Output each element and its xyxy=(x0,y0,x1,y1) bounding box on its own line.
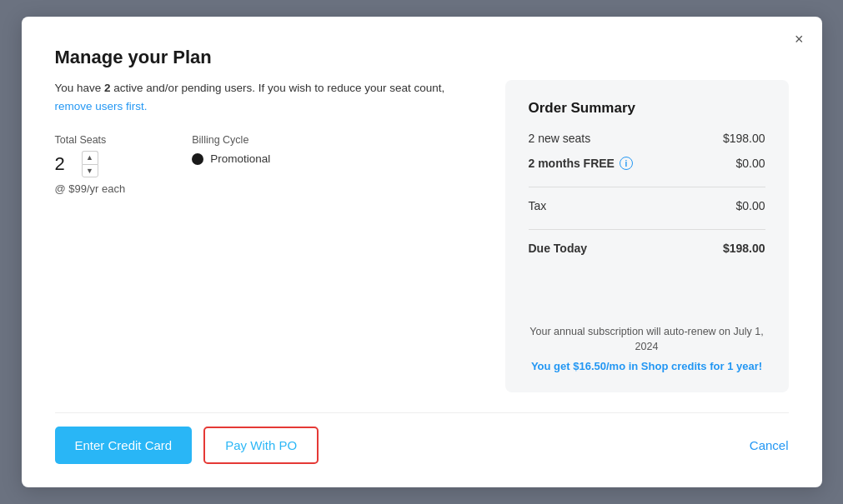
modal: × Manage your Plan You have 2 active and… xyxy=(22,17,822,487)
seats-value: 2 xyxy=(55,153,78,175)
modal-footer: Enter Credit Card Pay With PO Cancel xyxy=(55,412,789,464)
info-text: You have 2 active and/or pending users. … xyxy=(55,80,479,97)
order-divider-2 xyxy=(529,229,765,230)
billing-section: Billing Cycle Promotional xyxy=(192,134,270,165)
billing-dot-icon xyxy=(192,153,203,165)
order-divider xyxy=(529,187,765,187)
seats-billing-row: Total Seats 2 ▲ ▼ @ $99/yr each Billing … xyxy=(55,134,479,195)
close-button[interactable]: × xyxy=(791,28,807,50)
billing-option-label: Promotional xyxy=(210,152,270,165)
remove-users-link[interactable]: remove users first. xyxy=(55,100,479,112)
new-seats-value: $198.00 xyxy=(723,132,765,145)
seats-section: Total Seats 2 ▲ ▼ @ $99/yr each xyxy=(55,134,126,195)
tax-value: $0.00 xyxy=(735,199,765,212)
seats-control: 2 ▲ ▼ xyxy=(55,151,126,177)
info-text-bold: 2 xyxy=(104,82,111,94)
new-seats-label: 2 new seats xyxy=(529,132,591,145)
due-today-label: Due Today xyxy=(529,242,588,255)
order-summary-panel: Order Summary 2 new seats $198.00 2 mont… xyxy=(505,80,789,392)
due-today-value: $198.00 xyxy=(723,242,765,255)
seats-decrement-button[interactable]: ▼ xyxy=(82,164,98,177)
cancel-button[interactable]: Cancel xyxy=(750,438,789,452)
info-text-part1: You have xyxy=(55,82,105,94)
credits-text: You get $16.50/mo in Shop credits for 1 … xyxy=(529,360,765,372)
info-icon[interactable]: i xyxy=(620,157,633,170)
pay-with-po-button[interactable]: Pay With PO xyxy=(203,427,319,464)
order-row-tax: Tax $0.00 xyxy=(529,199,765,212)
tax-label: Tax xyxy=(529,199,547,212)
billing-option: Promotional xyxy=(192,152,270,165)
footer-left: Enter Credit Card Pay With PO xyxy=(55,427,319,464)
enter-credit-card-button[interactable]: Enter Credit Card xyxy=(55,427,193,464)
auto-renew-text: Your annual subscription will auto-renew… xyxy=(529,311,765,356)
seats-increment-button[interactable]: ▲ xyxy=(82,151,98,164)
free-months-value: $0.00 xyxy=(735,157,765,170)
modal-title: Manage your Plan xyxy=(55,47,789,68)
order-row-due-today: Due Today $198.00 xyxy=(529,242,765,255)
info-text-part2: active and/or pending users. If you wish… xyxy=(111,82,445,94)
left-panel: You have 2 active and/or pending users. … xyxy=(55,80,479,392)
order-row-new-seats: 2 new seats $198.00 xyxy=(529,132,765,145)
order-row-free-months: 2 months FREE i $0.00 xyxy=(529,157,765,170)
seats-price: @ $99/yr each xyxy=(55,182,126,195)
free-months-label: 2 months FREE i xyxy=(529,157,633,170)
stepper-buttons: ▲ ▼ xyxy=(82,151,98,177)
billing-label: Billing Cycle xyxy=(192,134,270,146)
seats-label: Total Seats xyxy=(55,134,126,146)
modal-backdrop: × Manage your Plan You have 2 active and… xyxy=(0,0,843,504)
modal-body: You have 2 active and/or pending users. … xyxy=(55,80,789,392)
order-summary-title: Order Summary xyxy=(529,100,765,117)
